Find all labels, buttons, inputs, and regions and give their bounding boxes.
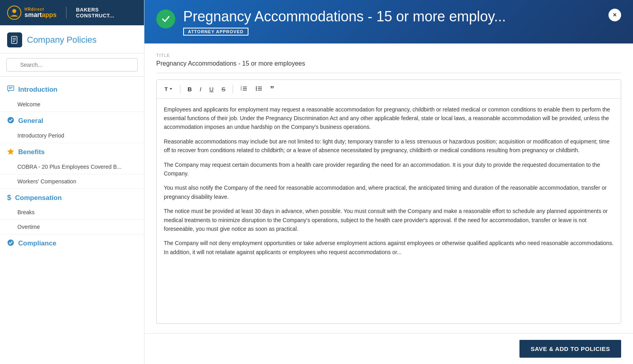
compliance-check-icon: [7, 239, 14, 248]
header-divider: [66, 7, 66, 19]
smart-apps-label: smartapps: [25, 11, 57, 19]
svg-point-9: [8, 117, 14, 123]
sidebar-item-general[interactable]: General: [0, 112, 144, 128]
modal-title: Pregnancy Accommodations - 15 or more em…: [183, 9, 601, 25]
app-header: HRdirect smartapps BAKERS CONSTRUCT...: [0, 0, 144, 25]
underline-button[interactable]: U: [206, 84, 217, 94]
company-name: BAKERS CONSTRUCT...: [76, 7, 137, 19]
paragraph-4: You must also notify the Company of the …: [164, 183, 614, 201]
svg-point-22: [256, 86, 257, 87]
sidebar-item-compensation[interactable]: $ Compensation: [0, 189, 144, 205]
check-circle-icon: [7, 117, 14, 125]
close-button[interactable]: ×: [608, 9, 621, 21]
bold-button[interactable]: B: [184, 84, 195, 94]
title-field-value: Pregnancy Accommodations - 15 or more em…: [156, 60, 621, 73]
editor-content[interactable]: Employees and applicants for employment …: [157, 99, 621, 323]
sidebar-item-breaks[interactable]: Breaks: [0, 205, 144, 220]
dollar-icon: $: [7, 194, 11, 202]
ordered-list-button[interactable]: 1. 2. 3.: [237, 84, 250, 94]
hr-direct-label: HRdirect: [25, 7, 57, 11]
sidebar: HRdirect smartapps BAKERS CONSTRUCT... C…: [0, 0, 144, 364]
svg-text:3.: 3.: [241, 89, 242, 91]
modal-footer: SAVE & ADD TO POLICIES: [144, 333, 633, 364]
policies-title: Company Policies: [27, 35, 97, 45]
unordered-list-button[interactable]: [252, 84, 265, 94]
comment-icon: [7, 85, 14, 94]
modal-body: TITLE Pregnancy Accommodations - 15 or m…: [144, 43, 633, 333]
paragraph-5: The notice must be provided at least 30 …: [164, 207, 614, 233]
benefits-label: Benefits: [18, 148, 45, 156]
policy-editor: T B I U S 1. 2. 3.: [156, 79, 621, 324]
toolbar-divider-1: [180, 85, 180, 93]
paragraph-6: The Company will not deny employment opp…: [164, 239, 614, 256]
attorney-badge: ATTORNEY APPROVED: [183, 28, 248, 36]
search-bar: 🔍: [0, 53, 144, 77]
star-icon: [7, 148, 14, 157]
svg-rect-6: [8, 86, 14, 91]
search-wrapper: 🔍: [6, 58, 138, 72]
modal-check-icon: [156, 9, 175, 28]
svg-point-1: [12, 9, 16, 13]
paragraph-1: Employees and applicants for employment …: [164, 105, 614, 132]
sidebar-item-overtime[interactable]: Overtime: [0, 220, 144, 234]
sidebar-item-cobra[interactable]: COBRA - 20 Plus Employees Covered B...: [0, 160, 144, 174]
paragraph-2: Reasonable accommodations may include bu…: [164, 137, 614, 155]
title-field-label: TITLE: [156, 53, 621, 58]
toolbar-divider-2: [233, 85, 233, 93]
font-size-button[interactable]: T: [161, 85, 176, 94]
policy-modal: Pregnancy Accommodations - 15 or more em…: [144, 0, 633, 364]
logo-area: HRdirect smartapps: [7, 6, 57, 20]
svg-point-11: [8, 240, 14, 246]
company-policies-header: Company Policies: [0, 25, 144, 53]
sidebar-content: Introduction Welcome General Introductor…: [0, 77, 144, 364]
compliance-label: Compliance: [18, 240, 56, 247]
save-add-button[interactable]: SAVE & ADD TO POLICIES: [519, 340, 621, 358]
compensation-label: Compensation: [15, 194, 62, 202]
sidebar-item-introductory-period[interactable]: Introductory Period: [0, 128, 144, 143]
svg-point-23: [256, 88, 257, 89]
search-input[interactable]: [6, 58, 138, 72]
svg-point-24: [256, 89, 257, 91]
sidebar-item-benefits[interactable]: Benefits: [0, 143, 144, 160]
sidebar-item-welcome[interactable]: Welcome: [0, 97, 144, 112]
strikethrough-button[interactable]: S: [218, 84, 229, 94]
modal-title-area: Pregnancy Accommodations - 15 or more em…: [183, 9, 601, 36]
sidebar-item-introduction[interactable]: Introduction: [0, 81, 144, 97]
general-label: General: [18, 117, 43, 125]
editor-toolbar: T B I U S 1. 2. 3.: [157, 80, 621, 99]
italic-button[interactable]: I: [197, 84, 205, 94]
modal-header: Pregnancy Accommodations - 15 or more em…: [144, 0, 633, 43]
svg-marker-10: [8, 148, 14, 155]
paragraph-3: The Company may request certain document…: [164, 160, 614, 178]
quote-button[interactable]: ”: [267, 83, 277, 95]
svg-marker-12: [170, 88, 172, 90]
policies-icon: [7, 32, 22, 47]
hrdirect-logo-icon: [7, 6, 21, 20]
logo-text-area: HRdirect smartapps: [25, 7, 57, 19]
sidebar-item-workers-comp[interactable]: Workers' Compensation: [0, 174, 144, 189]
introduction-label: Introduction: [18, 86, 57, 94]
sidebar-item-compliance[interactable]: Compliance: [0, 234, 144, 251]
